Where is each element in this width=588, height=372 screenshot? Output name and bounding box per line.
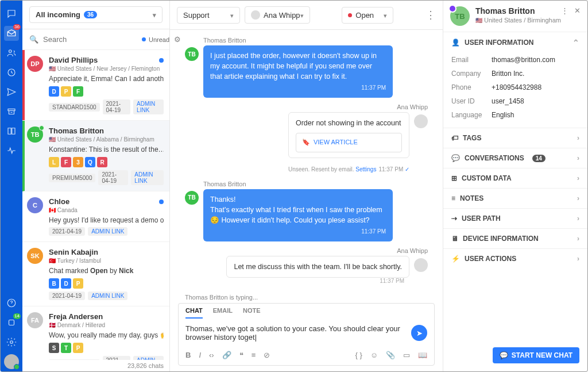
code-icon[interactable]: ‹› — [209, 351, 214, 359]
quote-icon[interactable]: ❝ — [239, 351, 243, 359]
tab-chat[interactable]: CHAT — [185, 307, 203, 319]
admin-link[interactable]: ADMIN LINK — [88, 292, 127, 300]
bold-icon[interactable]: B — [185, 351, 191, 359]
tag-badge: B — [49, 278, 59, 289]
admin-link[interactable]: ADMIN LINK — [88, 227, 127, 236]
section-tags[interactable]: 🏷TAGS — [443, 128, 587, 148]
section-user-actions[interactable]: ⚡USER ACTIONS — [443, 249, 587, 269]
chevron-up-icon — [572, 38, 579, 47]
section-device-info[interactable]: 🖥DEVICE INFORMATION — [443, 229, 587, 248]
archive-icon[interactable] — [4, 104, 19, 119]
agent-avatar-icon — [414, 114, 428, 128]
tag-badge: S — [49, 343, 59, 353]
chevron-right-icon — [577, 255, 579, 263]
close-panel-icon[interactable]: ✕ — [574, 6, 581, 15]
profile-avatar[interactable] — [4, 354, 19, 369]
typing-indicator: Thomas Britton is typing... — [170, 292, 443, 303]
canned-icon[interactable]: ▭ — [403, 351, 410, 359]
filter-dropdown[interactable]: All incoming 36 — [29, 6, 163, 23]
send-icon[interactable] — [4, 85, 19, 99]
tag-badge: P — [61, 86, 71, 97]
chat-icon: 💬 — [451, 154, 460, 162]
chat-plus-icon: 💬 — [500, 351, 508, 359]
attachment-icon[interactable]: 📎 — [386, 351, 395, 359]
emoji-icon[interactable]: ☺ — [370, 351, 378, 359]
agent-message: Order not showing in the account 🔖VIEW A… — [288, 112, 409, 158]
svg-rect-4 — [9, 320, 14, 325]
chevron-down-icon — [230, 11, 234, 20]
queue-dropdown[interactable]: Support — [177, 7, 240, 24]
section-user-path[interactable]: ⇢USER PATH — [443, 209, 587, 228]
tab-note[interactable]: NOTE — [243, 307, 261, 319]
chat-count: 23,826 chats — [22, 360, 169, 371]
contacts-icon[interactable] — [4, 45, 19, 60]
history-icon[interactable] — [4, 65, 19, 80]
tag-badge: 3 — [73, 157, 83, 167]
customer-message: I just placed the order, however it does… — [203, 45, 393, 98]
conversation-item[interactable]: SK Senin Kabajin 🇹🇷 Turkey / Istambul Ch… — [22, 242, 169, 306]
chevron-down-icon — [300, 11, 304, 20]
tab-email[interactable]: EMAIL — [213, 307, 233, 319]
conversation-item[interactable]: FA Freja Andersen 🇩🇰 Denmark / Hillerød … — [22, 306, 169, 360]
section-custom-data[interactable]: ⊞CUSTOM DATA — [443, 168, 587, 188]
section-conversations[interactable]: 💬CONVERSATIONS14 — [443, 148, 587, 168]
chevron-right-icon — [577, 154, 579, 162]
data-icon: ⊞ — [451, 174, 457, 182]
conversation-item[interactable]: C Chloe 🇨🇦 Canada Hey guys! I'd like to … — [22, 191, 169, 242]
notes-icon: ≡ — [451, 194, 455, 202]
tag-badge: F — [73, 86, 83, 97]
kb-insert-icon[interactable]: 📖 — [418, 351, 427, 359]
agent-avatar-icon — [414, 258, 428, 272]
admin-link[interactable]: ADMIN LINK — [131, 170, 164, 185]
list-icon[interactable]: ≡ — [252, 351, 256, 359]
status-dot-icon — [348, 13, 352, 17]
chevron-right-icon — [577, 235, 579, 243]
section-notes[interactable]: ≡NOTES — [443, 189, 587, 208]
filter-label: All incoming — [36, 10, 80, 19]
chevron-down-icon — [384, 11, 387, 20]
tag-badge: F — [61, 157, 71, 167]
link-icon[interactable]: 🔗 — [222, 351, 231, 359]
admin-link[interactable]: ADMIN LINK — [133, 99, 164, 114]
contact-name: Thomas Britton — [475, 6, 561, 16]
chevron-right-icon — [577, 194, 579, 202]
tag-badge: P — [73, 278, 83, 289]
unread-filter[interactable]: Unread — [142, 36, 169, 43]
composer-input[interactable]: Thomas, we've got a solution to your cas… — [185, 324, 411, 342]
kb-icon[interactable] — [4, 124, 19, 139]
nav-rail: 36 14 — [1, 1, 22, 371]
clear-format-icon[interactable]: ⊘ — [264, 351, 270, 359]
section-user-info[interactable]: 👤USER INFORMATION — [443, 32, 587, 53]
status-dropdown[interactable]: Open — [342, 7, 393, 24]
tag-badge: P — [73, 343, 83, 353]
inbox-icon[interactable]: 36 — [4, 26, 19, 41]
tag-badge: L — [49, 157, 59, 167]
actions-icon: ⚡ — [451, 255, 460, 263]
chevron-right-icon — [577, 134, 579, 142]
agent-dropdown[interactable]: Ana Whipp — [245, 6, 310, 24]
settings-icon[interactable] — [4, 335, 19, 350]
tag-badge: D — [61, 278, 71, 289]
settings-link[interactable]: Settings — [355, 166, 376, 172]
start-new-chat-button[interactable]: 💬START NEW CHAT — [493, 347, 579, 363]
view-article-button[interactable]: 🔖VIEW ARTICLE — [296, 133, 402, 152]
conversation-item[interactable]: TB Thomas Britton 🇺🇸 United States / Ala… — [22, 121, 169, 191]
help-icon[interactable] — [4, 296, 19, 310]
svg-rect-2 — [8, 109, 15, 111]
search-input[interactable] — [41, 33, 142, 46]
contact-more-icon[interactable]: ⋮ — [561, 6, 568, 15]
activity-icon[interactable] — [4, 143, 19, 158]
variables-icon[interactable]: { } — [355, 351, 362, 359]
send-button[interactable]: ➤ — [411, 325, 427, 341]
admin-link[interactable]: ADMIN LINK — [133, 356, 164, 360]
user-icon: 👤 — [451, 39, 460, 47]
conversation-item[interactable]: DP David Phillips 🇺🇸 United States / New… — [22, 50, 169, 121]
team-icon[interactable]: 14 — [4, 315, 19, 330]
conversation-more-icon[interactable]: ⋮ — [425, 9, 436, 21]
conversation-avatar-icon: FA — [27, 312, 43, 328]
logo-icon[interactable] — [4, 6, 19, 21]
agent-avatar-icon — [251, 10, 260, 20]
device-icon: 🖥 — [451, 235, 458, 243]
italic-icon[interactable]: I — [199, 351, 201, 359]
agent-message: Let me discuss this with the team. I'll … — [226, 256, 409, 278]
